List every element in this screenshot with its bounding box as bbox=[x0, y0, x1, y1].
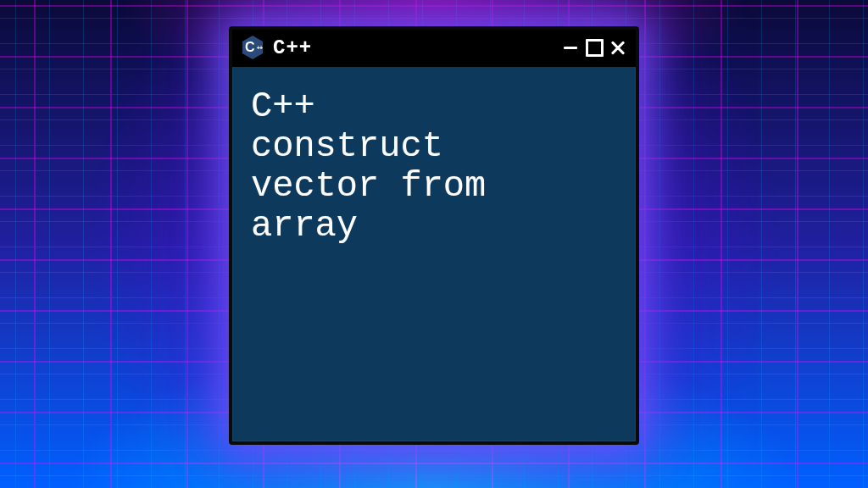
window-controls bbox=[561, 38, 627, 57]
terminal-window: C++ C++ construct vector from array bbox=[229, 26, 639, 445]
cpp-logo-icon bbox=[241, 36, 264, 59]
window-title: C++ bbox=[273, 36, 553, 59]
titlebar[interactable]: C++ bbox=[232, 30, 636, 67]
minimize-icon[interactable] bbox=[561, 38, 580, 57]
close-icon[interactable] bbox=[609, 38, 627, 57]
window-body-text: C++ construct vector from array bbox=[232, 67, 636, 441]
maximize-icon[interactable] bbox=[585, 38, 604, 57]
